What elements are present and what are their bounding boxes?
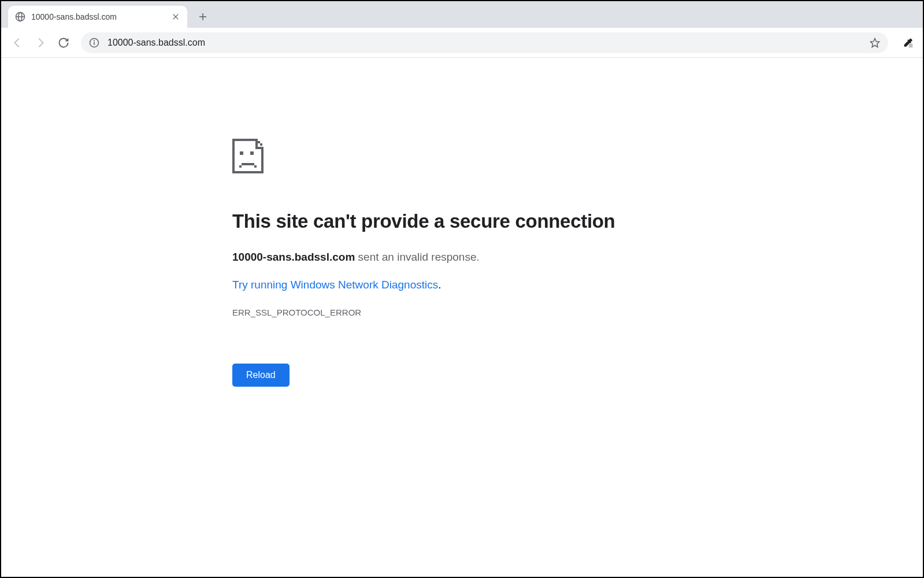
svg-rect-12 (232, 139, 255, 141)
back-button[interactable] (7, 32, 28, 53)
close-icon[interactable] (171, 12, 180, 21)
svg-rect-22 (242, 163, 254, 165)
diagnostics-link[interactable]: Try running Windows Network Diagnostics (232, 279, 438, 291)
svg-rect-18 (258, 141, 260, 143)
tab-title: 10000-sans.badssl.com (31, 12, 168, 21)
svg-rect-13 (232, 139, 235, 173)
svg-rect-24 (254, 165, 257, 168)
svg-rect-19 (260, 143, 262, 146)
reload-button[interactable] (53, 32, 74, 53)
svg-rect-11 (909, 43, 913, 47)
svg-rect-20 (240, 151, 243, 155)
globe-icon (15, 12, 25, 22)
address-bar[interactable]: 10000-sans.badssl.com (81, 32, 888, 53)
svg-rect-15 (261, 147, 264, 173)
info-icon[interactable] (89, 38, 99, 48)
reload-page-button[interactable]: Reload (232, 364, 290, 387)
error-message-suffix: sent an invalid response. (355, 251, 479, 263)
svg-rect-16 (255, 139, 258, 147)
forward-button[interactable] (30, 32, 51, 53)
new-tab-button[interactable] (194, 8, 211, 25)
diagnostics-period: . (438, 279, 441, 291)
star-icon[interactable] (870, 38, 880, 48)
svg-rect-21 (250, 151, 254, 155)
error-message: 10000-sans.badssl.com sent an invalid re… (232, 251, 923, 264)
svg-point-9 (94, 40, 95, 40)
svg-rect-14 (232, 171, 264, 173)
svg-rect-17 (255, 147, 264, 149)
error-page: This site can't provide a secure connect… (1, 58, 923, 387)
toolbar: 10000-sans.badssl.com (1, 28, 923, 58)
error-host: 10000-sans.badssl.com (232, 251, 355, 263)
diagnostics-line: Try running Windows Network Diagnostics. (232, 279, 923, 291)
svg-marker-10 (871, 38, 880, 47)
url-text: 10000-sans.badssl.com (107, 38, 870, 48)
svg-rect-23 (239, 165, 242, 168)
error-heading: This site can't provide a secure connect… (232, 210, 923, 232)
eyedropper-icon[interactable] (899, 34, 917, 52)
tab-bar: 10000-sans.badssl.com (1, 1, 923, 28)
sad-page-icon (232, 139, 923, 176)
browser-chrome: 10000-sans.badssl.com (1, 1, 923, 58)
error-code: ERR_SSL_PROTOCOL_ERROR (232, 307, 923, 317)
browser-tab[interactable]: 10000-sans.badssl.com (8, 6, 187, 28)
